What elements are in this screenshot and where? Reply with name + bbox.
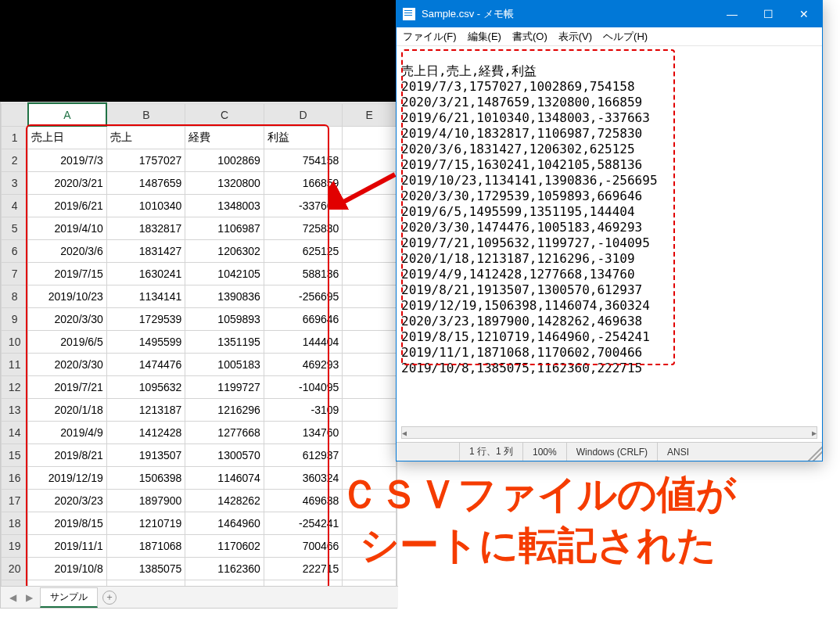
notepad-content[interactable]: 売上日,売上,経費,利益 2019/7/3,1757027,1002869,75… xyxy=(397,46,822,442)
cell[interactable]: 1106987 xyxy=(185,217,264,239)
cell[interactable]: 625125 xyxy=(264,239,343,262)
cell[interactable]: 1300570 xyxy=(185,443,264,466)
spreadsheet-grid[interactable]: ABCDE 1売上日売上経費利益22019/7/3175702710028697… xyxy=(1,102,397,603)
notepad-titlebar[interactable]: Sample.csv - メモ帳 — ☐ ✕ xyxy=(397,1,822,27)
tab-nav-prev-icon[interactable]: ◀ xyxy=(7,592,19,603)
cell[interactable]: 1206302 xyxy=(185,239,264,262)
horizontal-scrollbar[interactable]: ◀ ▶ xyxy=(401,426,817,439)
menu-item[interactable]: 編集(E) xyxy=(468,30,501,44)
cell[interactable]: 2020/3/30 xyxy=(28,307,107,330)
cell[interactable]: 1170602 xyxy=(185,534,264,557)
cell[interactable]: 1216296 xyxy=(185,398,264,421)
column-header[interactable]: A xyxy=(28,103,107,126)
cell[interactable]: 222715 xyxy=(264,557,343,580)
cell[interactable]: -3109 xyxy=(264,398,343,421)
cell[interactable]: 144404 xyxy=(264,330,343,353)
cell[interactable]: 1495599 xyxy=(106,330,185,353)
row-header[interactable]: 8 xyxy=(2,285,28,307)
cell[interactable]: 612937 xyxy=(264,443,343,466)
sheet-tab[interactable]: サンプル xyxy=(40,587,98,608)
cell[interactable]: 2019/8/21 xyxy=(28,443,107,466)
cell[interactable]: 1010340 xyxy=(106,194,185,217)
row-header[interactable]: 12 xyxy=(2,375,28,398)
tab-nav-next-icon[interactable]: ▶ xyxy=(23,592,35,603)
cell[interactable] xyxy=(343,443,397,466)
cell[interactable]: 166859 xyxy=(264,171,343,194)
column-header[interactable]: D xyxy=(264,103,343,126)
cell[interactable]: 469638 xyxy=(264,489,343,512)
cell[interactable]: 2019/10/8 xyxy=(28,557,107,580)
cell[interactable]: 1729539 xyxy=(106,307,185,330)
cell[interactable]: 2019/12/19 xyxy=(28,466,107,489)
cell[interactable]: 1002869 xyxy=(185,149,264,171)
cell[interactable]: 1162360 xyxy=(185,557,264,580)
column-header[interactable]: B xyxy=(106,103,185,126)
column-header[interactable]: E xyxy=(343,103,397,126)
cell[interactable] xyxy=(343,421,397,443)
cell[interactable]: 469293 xyxy=(264,353,343,375)
cell[interactable]: 360324 xyxy=(264,466,343,489)
cell[interactable]: 1506398 xyxy=(106,466,185,489)
cell[interactable]: 1832817 xyxy=(106,217,185,239)
add-sheet-button[interactable]: ＋ xyxy=(102,591,117,605)
cell[interactable]: 1042105 xyxy=(185,262,264,285)
row-header[interactable]: 13 xyxy=(2,398,28,421)
cell[interactable]: -256695 xyxy=(264,285,343,307)
cell[interactable]: 134760 xyxy=(264,421,343,443)
cell[interactable]: 2020/3/23 xyxy=(28,489,107,512)
menu-item[interactable]: 表示(V) xyxy=(558,30,592,44)
cell[interactable] xyxy=(343,285,397,307)
cell[interactable] xyxy=(343,194,397,217)
cell[interactable]: 1390836 xyxy=(185,285,264,307)
row-header[interactable]: 10 xyxy=(2,330,28,353)
cell[interactable]: 1630241 xyxy=(106,262,185,285)
column-header[interactable]: C xyxy=(185,103,264,126)
row-header[interactable]: 16 xyxy=(2,466,28,489)
row-header[interactable]: 18 xyxy=(2,512,28,534)
cell[interactable] xyxy=(343,217,397,239)
row-header[interactable]: 5 xyxy=(2,217,28,239)
cell[interactable]: 754158 xyxy=(264,149,343,171)
cell[interactable]: 588136 xyxy=(264,262,343,285)
cell[interactable]: 1385075 xyxy=(106,557,185,580)
cell[interactable]: 2019/6/21 xyxy=(28,194,107,217)
cell[interactable]: 2019/11/1 xyxy=(28,534,107,557)
cell[interactable]: 2019/4/9 xyxy=(28,421,107,443)
select-all-corner[interactable] xyxy=(2,103,28,126)
cell[interactable]: 1412428 xyxy=(106,421,185,443)
cell[interactable] xyxy=(343,126,397,149)
cell[interactable]: 2020/3/30 xyxy=(28,353,107,375)
cell[interactable]: 1464960 xyxy=(185,512,264,534)
row-header[interactable]: 9 xyxy=(2,307,28,330)
cell[interactable] xyxy=(343,353,397,375)
cell[interactable]: 1210719 xyxy=(106,512,185,534)
cell[interactable]: 2019/6/5 xyxy=(28,330,107,353)
cell[interactable]: 700466 xyxy=(264,534,343,557)
cell[interactable] xyxy=(343,330,397,353)
cell[interactable]: 2019/7/3 xyxy=(28,149,107,171)
cell[interactable]: 1095632 xyxy=(106,375,185,398)
cell[interactable]: 1351195 xyxy=(185,330,264,353)
cell[interactable]: 1831427 xyxy=(106,239,185,262)
row-header[interactable]: 11 xyxy=(2,353,28,375)
cell[interactable]: 1913507 xyxy=(106,443,185,466)
cell[interactable] xyxy=(343,375,397,398)
cell[interactable]: 1757027 xyxy=(106,149,185,171)
cell[interactable] xyxy=(343,262,397,285)
cell[interactable]: 1059893 xyxy=(185,307,264,330)
cell[interactable]: 1348003 xyxy=(185,194,264,217)
cell[interactable]: 1428262 xyxy=(185,489,264,512)
cell[interactable]: 669646 xyxy=(264,307,343,330)
cell[interactable]: 1277668 xyxy=(185,421,264,443)
cell[interactable] xyxy=(343,149,397,171)
cell[interactable]: 利益 xyxy=(264,126,343,149)
cell[interactable]: 725830 xyxy=(264,217,343,239)
cell[interactable]: -104095 xyxy=(264,375,343,398)
cell[interactable]: 売上日 xyxy=(28,126,107,149)
minimize-button[interactable]: — xyxy=(714,1,750,27)
cell[interactable]: 1320800 xyxy=(185,171,264,194)
cell[interactable]: 経費 xyxy=(185,126,264,149)
cell[interactable]: 1871068 xyxy=(106,534,185,557)
row-header[interactable]: 20 xyxy=(2,557,28,580)
cell[interactable]: 1005183 xyxy=(185,353,264,375)
